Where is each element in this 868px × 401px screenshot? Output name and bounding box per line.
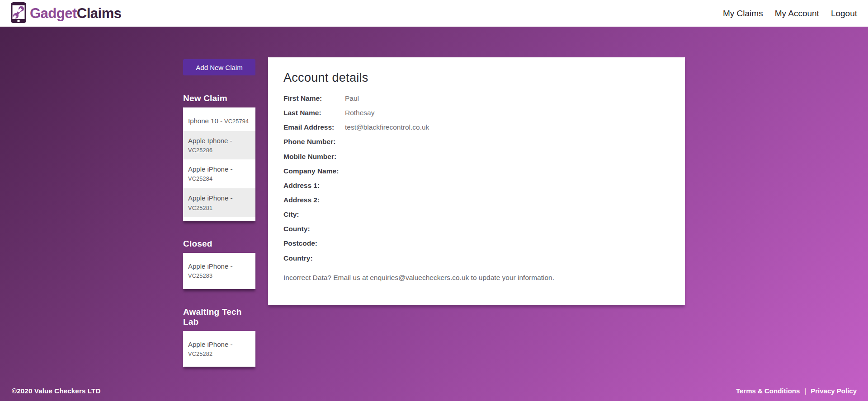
field-label: Phone Number: bbox=[283, 137, 345, 146]
field-label: City: bbox=[283, 210, 345, 219]
account-field-row: Last Name: Rothesay bbox=[283, 108, 670, 117]
field-label: Last Name: bbox=[283, 108, 345, 117]
awaiting-tech-lab-list: Apple iPhone - VC25282 bbox=[183, 331, 255, 367]
claim-code: VC25794 bbox=[224, 118, 249, 125]
account-field-row: Address 2: bbox=[283, 196, 670, 205]
phone-wrench-icon bbox=[11, 2, 26, 25]
account-field-row: Company Name: bbox=[283, 167, 670, 176]
account-field-row: Country: bbox=[283, 254, 670, 263]
footer-separator: | bbox=[804, 387, 806, 395]
main-nav: My Claims My Account Logout bbox=[723, 9, 857, 19]
copyright-text: ©2020 Value Checkers LTD bbox=[12, 387, 101, 395]
field-label: Address 2: bbox=[283, 196, 345, 205]
account-field-row: Mobile Number: bbox=[283, 152, 670, 161]
logo[interactable]: GadgetClaims bbox=[11, 2, 121, 25]
account-field-row: Email Address: test@blackfirecontrol.co.… bbox=[283, 123, 670, 132]
terms-conditions-link[interactable]: Terms & Conditions bbox=[736, 387, 800, 395]
account-fields: First Name: Paul Last Name: Rothesay Ema… bbox=[283, 94, 670, 263]
field-label: Mobile Number: bbox=[283, 152, 345, 161]
claim-code: VC25282 bbox=[188, 350, 250, 359]
header: GadgetClaims My Claims My Account Logout bbox=[0, 0, 868, 27]
incorrect-data-note: Incorrect Data? Email us at enquiries@va… bbox=[283, 274, 670, 282]
claim-code: VC25284 bbox=[188, 175, 250, 183]
account-field-row: Address 1: bbox=[283, 181, 670, 190]
field-label: Address 1: bbox=[283, 181, 345, 190]
nav-my-account[interactable]: My Account bbox=[775, 9, 819, 19]
closed-list: Apple iPhone - VC25283 bbox=[183, 253, 255, 289]
footer-links: Terms & Conditions | Privacy Policy bbox=[736, 387, 857, 395]
account-field-row: Phone Number: bbox=[283, 137, 670, 146]
field-label: Postcode: bbox=[283, 239, 345, 248]
new-claim-list: Iphone 10 - VC25794 Apple Iphone - VC252… bbox=[183, 107, 255, 221]
field-label: Email Address: bbox=[283, 123, 345, 132]
field-value: Paul bbox=[345, 94, 359, 103]
claim-code: VC25281 bbox=[188, 205, 212, 211]
claim-name: Apple iPhone - bbox=[188, 194, 232, 202]
page-title: Account details bbox=[283, 71, 670, 85]
field-label: Company Name: bbox=[283, 167, 345, 176]
claims-sidebar: Add New Claim New Claim Iphone 10 - VC25… bbox=[183, 59, 255, 367]
account-field-row: City: bbox=[283, 210, 670, 219]
account-details-card: Account details First Name: Paul Last Na… bbox=[268, 57, 685, 305]
claim-code: VC25286 bbox=[188, 147, 250, 155]
nav-my-claims[interactable]: My Claims bbox=[723, 9, 763, 19]
footer: ©2020 Value Checkers LTD Terms & Conditi… bbox=[0, 387, 868, 395]
claim-list-item[interactable]: Iphone 10 - VC25794 bbox=[183, 111, 255, 131]
logo-text: GadgetClaims bbox=[30, 6, 121, 20]
nav-logout[interactable]: Logout bbox=[831, 9, 857, 19]
claim-code: VC25283 bbox=[188, 272, 250, 280]
field-label: Country: bbox=[283, 254, 345, 263]
claim-list-item[interactable]: Apple Iphone - VC25286 bbox=[183, 131, 255, 160]
field-value: Rothesay bbox=[345, 108, 374, 117]
account-field-row: First Name: Paul bbox=[283, 94, 670, 103]
page: GadgetClaims My Claims My Account Logout… bbox=[0, 0, 868, 401]
section-title-awaiting-tech-lab: Awaiting Tech Lab bbox=[183, 307, 255, 327]
claim-list-item[interactable]: Apple iPhone - VC25281 bbox=[183, 188, 255, 218]
claim-list-item[interactable]: Apple iPhone - VC25284 bbox=[183, 159, 255, 188]
claim-name: Apple iPhone - bbox=[188, 340, 232, 348]
claim-name: Apple iPhone - bbox=[188, 262, 232, 270]
section-title-closed: Closed bbox=[183, 239, 255, 249]
claim-name: Apple Iphone - bbox=[188, 137, 232, 145]
section-title-new-claim: New Claim bbox=[183, 93, 255, 103]
field-value: test@blackfirecontrol.co.uk bbox=[345, 123, 429, 132]
claim-list-item[interactable]: Apple iPhone - VC25282 bbox=[183, 335, 255, 364]
account-field-row: County: bbox=[283, 224, 670, 233]
field-label: First Name: bbox=[283, 94, 345, 103]
claim-name: Iphone 10 - bbox=[188, 117, 222, 125]
claim-list-item[interactable]: Apple iPhone - VC25283 bbox=[183, 256, 255, 285]
privacy-policy-link[interactable]: Privacy Policy bbox=[811, 387, 857, 395]
claim-name: Apple iPhone - bbox=[188, 165, 232, 173]
account-field-row: Postcode: bbox=[283, 239, 670, 248]
field-label: County: bbox=[283, 224, 345, 233]
add-new-claim-button[interactable]: Add New Claim bbox=[183, 59, 255, 75]
